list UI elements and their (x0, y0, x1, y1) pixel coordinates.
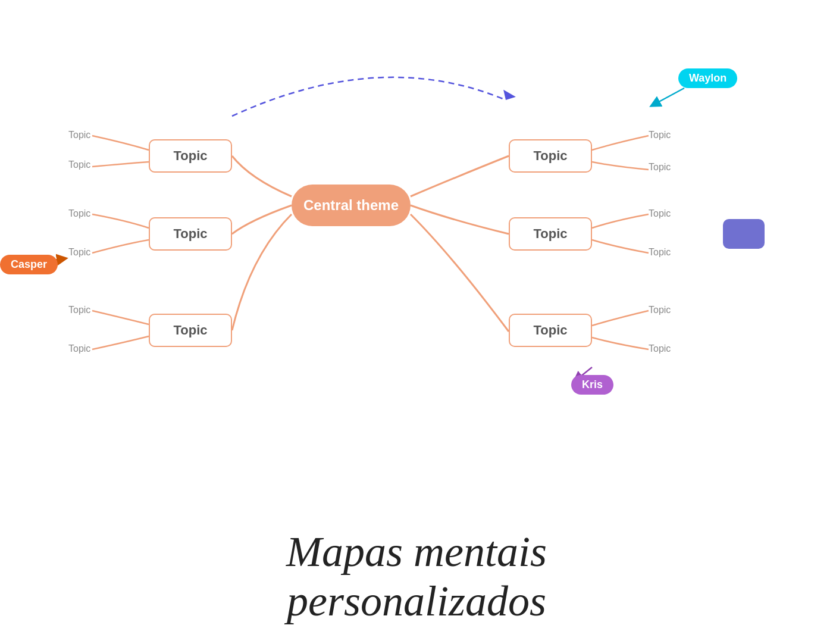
topic-node-right-top[interactable]: Topic (509, 139, 592, 173)
topic-node-left-mid[interactable]: Topic (149, 217, 232, 251)
svg-marker-0 (500, 90, 516, 104)
central-node[interactable]: Central theme (292, 185, 411, 226)
topic-node-left-bot[interactable]: Topic (149, 314, 232, 347)
user-badge-casper: Casper (0, 255, 58, 274)
small-label-rb2: Topic (649, 343, 671, 354)
bottom-line1: Mapas mentais (0, 527, 833, 577)
small-label-rb1: Topic (649, 305, 671, 315)
small-label-rt1: Topic (649, 130, 671, 140)
small-label-lt2: Topic (68, 160, 90, 170)
topic-node-right-bot[interactable]: Topic (509, 314, 592, 347)
svg-line-1 (654, 88, 684, 104)
small-label-rm1: Topic (649, 208, 671, 219)
small-label-rt2: Topic (649, 162, 671, 173)
bottom-text: Mapas mentais personalizados (0, 527, 833, 626)
topic-node-left-top[interactable]: Topic (149, 139, 232, 173)
small-label-lb1: Topic (68, 305, 90, 315)
user-badge-waylon: Waylon (678, 68, 737, 88)
bottom-line2: personalizados (0, 577, 833, 626)
small-label-rm2: Topic (649, 247, 671, 258)
small-label-lm1: Topic (68, 208, 90, 219)
topic-node-right-mid[interactable]: Topic (509, 217, 592, 251)
small-label-lb2: Topic (68, 343, 90, 354)
user-badge-kris: Kris (571, 375, 613, 395)
purple-rectangle (723, 219, 765, 249)
small-label-lm2: Topic (68, 247, 90, 258)
small-label-lt1: Topic (68, 130, 90, 140)
